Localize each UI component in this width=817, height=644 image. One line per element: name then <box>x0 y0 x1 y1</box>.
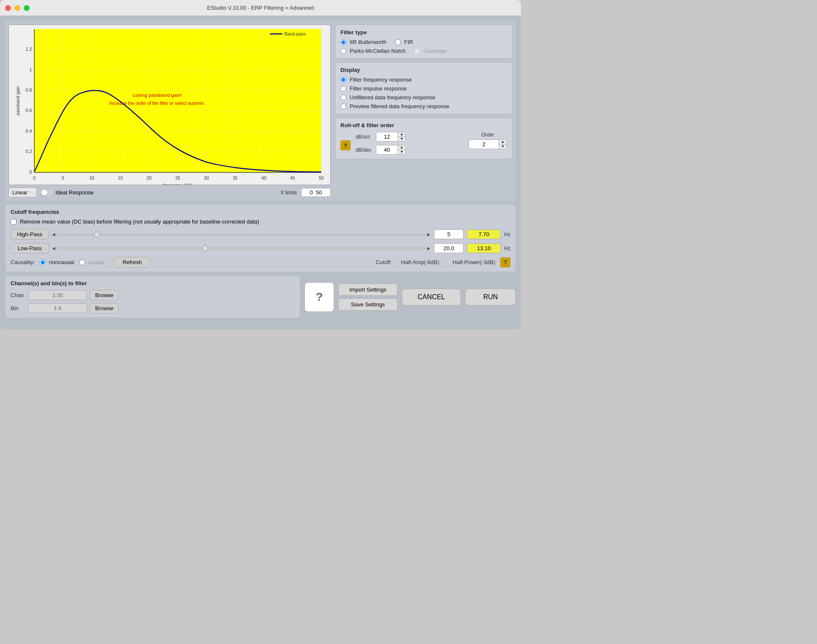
causal-label: causal <box>88 259 104 265</box>
chart-area: 1.2 1 0.8 0.6 0.4 0.2 0 0 5 10 15 20 25 … <box>8 25 331 197</box>
chan-browse-button[interactable]: Browse <box>90 290 119 300</box>
cancel-button[interactable]: CANCEL <box>402 289 461 306</box>
cutoff-help-button[interactable]: ? <box>500 257 510 267</box>
bottom-sections: Cutoff frequencies Remove mean value (DC… <box>5 204 516 318</box>
filter-parks-radio[interactable] <box>340 48 346 54</box>
dboct-stepper-buttons: ▲ ▼ <box>398 132 406 141</box>
dbdec-stepper-buttons: ▲ ▼ <box>398 145 406 154</box>
bin-browse-button[interactable]: Browse <box>90 303 119 314</box>
dbdec-stepper[interactable]: ▲ ▼ <box>376 145 406 155</box>
low-pass-cutoff-value[interactable] <box>467 243 501 253</box>
big-help-button[interactable]: ? <box>304 282 334 312</box>
noncausal-row: noncausal <box>40 259 74 265</box>
order-group: Order ▲ ▼ <box>469 132 507 149</box>
dc-bias-row: Remove mean value (DC bias) before filte… <box>11 218 510 225</box>
display-radio-group: Filter frequency response Filter impulse… <box>340 76 507 109</box>
scale-select-wrapper[interactable]: Linear Log <box>8 188 37 197</box>
save-settings-button[interactable]: Save Settings <box>338 298 398 311</box>
svg-text:20: 20 <box>147 175 152 180</box>
close-button[interactable] <box>5 5 11 11</box>
maximize-button[interactable] <box>24 5 30 11</box>
window-title: EStudio V.10.00 - ERP Filtering > Advanc… <box>207 5 314 11</box>
display-freq-label: Filter frequency response <box>350 76 412 83</box>
channels-section: Channel(s) and bin(s) to filter Chan Bro… <box>5 276 300 318</box>
chan-input[interactable] <box>28 290 87 300</box>
svg-text:0.6: 0.6 <box>26 108 32 113</box>
display-preview-radio[interactable] <box>340 104 346 109</box>
dboct-down-button[interactable]: ▼ <box>398 137 406 141</box>
dbdec-input[interactable] <box>376 145 398 154</box>
low-pass-right-arrow[interactable]: ▶ <box>427 246 430 251</box>
svg-text:10: 10 <box>89 175 94 180</box>
run-button[interactable]: RUN <box>465 289 516 306</box>
dboct-label: dB/oct <box>356 134 373 140</box>
display-unfiltered-radio[interactable] <box>340 95 346 101</box>
order-stepper-buttons: ▲ ▼ <box>499 140 507 149</box>
high-pass-slider[interactable] <box>57 234 425 235</box>
low-pass-button[interactable]: Low-Pass <box>11 243 49 254</box>
svg-text:1: 1 <box>29 67 32 72</box>
svg-text:35: 35 <box>233 175 238 180</box>
filter-iir-label: IIR Butterworth <box>350 39 387 45</box>
dboct-row: dB/oct ▲ ▼ <box>356 132 406 142</box>
high-pass-right-arrow[interactable]: ▶ <box>427 232 430 237</box>
high-pass-value-input[interactable] <box>434 229 463 239</box>
svg-text:Losing passband gain!: Losing passband gain! <box>133 92 182 98</box>
low-pass-slider[interactable] <box>57 248 425 249</box>
rolloff-help-button[interactable]: ? <box>340 140 351 150</box>
low-pass-slider-container: ◀ ▶ <box>52 246 430 251</box>
svg-text:50: 50 <box>319 175 324 180</box>
channels-title: Channel(s) and bin(s) to filter <box>11 280 295 287</box>
svg-text:Band-pass: Band-pass <box>284 31 306 36</box>
high-pass-left-arrow[interactable]: ◀ <box>52 232 55 237</box>
dboct-up-button[interactable]: ▲ <box>398 132 406 137</box>
bin-input[interactable] <box>28 303 87 313</box>
cutoff-static-label: Cutoff: <box>376 259 392 265</box>
dc-bias-label: Remove mean value (DC bias) before filte… <box>20 218 259 225</box>
svg-text:40: 40 <box>261 175 266 180</box>
low-pass-value-input[interactable] <box>434 243 463 253</box>
dc-bias-checkbox[interactable] <box>11 219 16 225</box>
filter-iir-radio[interactable] <box>340 39 346 45</box>
order-input[interactable] <box>469 140 499 149</box>
dboct-stepper[interactable]: ▲ ▼ <box>376 132 406 142</box>
import-settings-button[interactable]: Import Settings <box>338 284 398 296</box>
dbdec-label: dB/dec <box>356 147 373 153</box>
high-pass-cutoff-value[interactable] <box>467 229 501 239</box>
display-preview-row: Preview filtered data frequency response <box>340 103 507 109</box>
order-up-button[interactable]: ▲ <box>499 140 507 145</box>
filter-gaussian-radio[interactable] <box>414 48 420 54</box>
cutoff-title: Cutoff frequencies <box>11 209 510 215</box>
filter-gaussian-label: Gaussian <box>423 48 447 54</box>
x-limits-label: X limits <box>280 190 297 196</box>
display-impulse-radio[interactable] <box>340 86 346 92</box>
minimize-button[interactable] <box>14 5 20 11</box>
filter-fir-radio[interactable] <box>395 39 401 45</box>
x-limits-input[interactable] <box>301 188 331 197</box>
filter-fir-label: FIR <box>404 39 413 45</box>
high-pass-button[interactable]: High-Pass <box>11 229 49 240</box>
action-buttons: ? Import Settings Save Settings CANCEL R… <box>304 276 516 318</box>
dbdec-down-button[interactable]: ▼ <box>398 150 406 154</box>
scale-select[interactable]: Linear Log <box>8 188 37 197</box>
order-stepper[interactable]: ▲ ▼ <box>469 139 507 149</box>
display-preview-label: Preview filtered data frequency response <box>350 103 450 109</box>
window-controls[interactable] <box>5 5 30 11</box>
refresh-button[interactable]: Refresh <box>114 257 151 267</box>
noncausal-radio[interactable] <box>40 259 46 265</box>
low-pass-left-arrow[interactable]: ◀ <box>52 246 55 251</box>
causal-radio[interactable] <box>79 259 85 265</box>
svg-text:0: 0 <box>29 169 32 175</box>
dbdec-up-button[interactable]: ▲ <box>398 145 406 150</box>
high-pass-row: High-Pass ◀ ▶ Hz <box>11 229 510 240</box>
order-label: Order <box>469 132 507 138</box>
top-section: 1.2 1 0.8 0.6 0.4 0.2 0 0 5 10 15 20 25 … <box>5 21 516 201</box>
display-freq-radio[interactable] <box>340 77 346 83</box>
filter-type-section: Filter type IIR Butterworth FIR Parks-Mc… <box>335 25 513 59</box>
rolloff-fields: dB/oct ▲ ▼ dB/dec <box>356 132 406 155</box>
order-down-button[interactable]: ▼ <box>499 145 507 149</box>
dboct-input[interactable] <box>376 132 398 141</box>
ideal-response-toggle[interactable] <box>41 189 53 196</box>
display-impulse-row: Filter impulse response <box>340 85 507 92</box>
chan-row: Chan Browse <box>11 290 119 300</box>
